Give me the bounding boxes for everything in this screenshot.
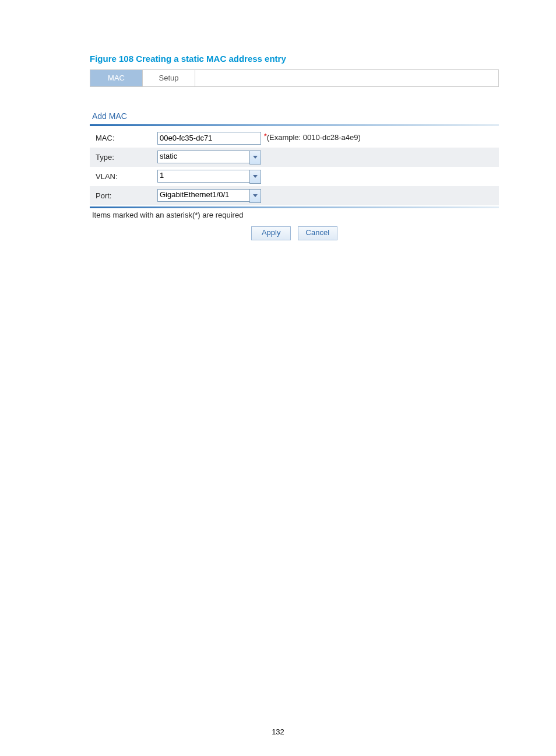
- port-value: GigabitEthernet1/0/1: [157, 189, 249, 202]
- row-port: Port: GigabitEthernet1/0/1: [90, 186, 499, 205]
- page-content: Figure 108 Creating a static MAC address…: [0, 0, 556, 240]
- vlan-dropdown-button[interactable]: [249, 170, 261, 184]
- row-mac: MAC: *(Example: 0010-dc28-a4e9): [90, 128, 499, 148]
- mac-input[interactable]: [157, 132, 261, 145]
- apply-button[interactable]: Apply: [251, 226, 291, 240]
- page-number: 132: [0, 727, 556, 736]
- chevron-down-icon: [253, 194, 258, 197]
- port-label: Port:: [90, 186, 152, 205]
- row-vlan: VLAN: 1: [90, 167, 499, 186]
- tab-mac[interactable]: MAC: [90, 70, 143, 86]
- type-label: Type:: [90, 148, 152, 167]
- vlan-value: 1: [157, 170, 249, 183]
- form-table: MAC: *(Example: 0010-dc28-a4e9) Type: st…: [90, 128, 499, 205]
- port-select[interactable]: GigabitEthernet1/0/1: [157, 189, 261, 203]
- chevron-down-icon: [253, 175, 258, 178]
- tab-strip: MAC Setup: [90, 69, 499, 87]
- section-divider-top: [90, 124, 499, 126]
- vlan-select[interactable]: 1: [157, 170, 261, 184]
- section-title: Add MAC: [90, 111, 499, 124]
- vlan-label: VLAN:: [90, 167, 152, 186]
- port-dropdown-button[interactable]: [249, 189, 261, 203]
- cancel-button[interactable]: Cancel: [298, 226, 337, 240]
- tab-setup[interactable]: Setup: [143, 70, 195, 86]
- mac-example: (Example: 0010-dc28-a4e9): [267, 133, 361, 142]
- row-type: Type: static: [90, 148, 499, 167]
- type-value: static: [157, 150, 249, 163]
- required-note: Items marked with an asterisk(*) are req…: [90, 208, 499, 222]
- figure-caption: Figure 108 Creating a static MAC address…: [90, 54, 499, 64]
- button-row: Apply Cancel: [90, 222, 499, 240]
- type-select[interactable]: static: [157, 150, 261, 164]
- mac-label: MAC:: [90, 128, 152, 148]
- type-dropdown-button[interactable]: [249, 150, 261, 164]
- chevron-down-icon: [253, 156, 258, 159]
- add-mac-section: Add MAC MAC: *(Example: 0010-dc28-a4e9) …: [90, 111, 499, 240]
